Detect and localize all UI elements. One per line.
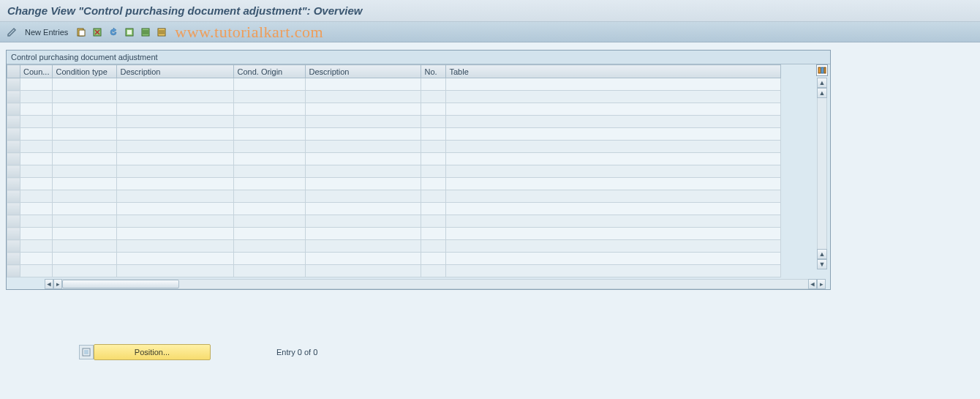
grid-cell[interactable] [20,215,53,228]
grid-cell[interactable] [421,128,446,141]
select-all-icon[interactable] [124,26,135,38]
grid-cell[interactable] [421,228,446,240]
grid-cell[interactable] [306,153,421,165]
grid-cell[interactable] [306,253,421,265]
grid-cell[interactable] [234,203,306,215]
row-selector-cell[interactable] [7,215,20,228]
table-row[interactable] [7,103,781,116]
grid-cell[interactable] [117,103,234,116]
table-row[interactable] [7,240,781,253]
grid-cell[interactable] [117,153,234,165]
grid-cell[interactable] [20,253,53,265]
table-row[interactable] [7,116,781,128]
table-row[interactable] [7,78,781,91]
grid-cell[interactable] [306,91,421,103]
grid-cell[interactable] [20,141,53,153]
grid-cell[interactable] [421,153,446,165]
grid-cell[interactable] [20,91,53,103]
grid-cell[interactable] [421,103,446,116]
grid-cell[interactable] [117,265,234,277]
grid-cell[interactable] [234,240,306,253]
row-selector-cell[interactable] [7,253,20,265]
grid-cell[interactable] [20,240,53,253]
grid-cell[interactable] [306,178,421,190]
grid-cell[interactable] [421,141,446,153]
scroll-left-icon[interactable]: ▸ [53,279,62,289]
grid-cell[interactable] [421,116,446,128]
row-selector-cell[interactable] [7,190,20,203]
grid-cell[interactable] [234,228,306,240]
select-block-icon[interactable] [140,26,151,38]
grid-cell[interactable] [306,190,421,203]
grid-cell[interactable] [234,178,306,190]
scroll-right-end-icon[interactable]: ▸ [817,279,826,289]
grid-cell[interactable] [20,103,53,116]
row-selector-cell[interactable] [7,265,20,277]
row-selector-cell[interactable] [7,240,20,253]
grid-cell[interactable] [421,178,446,190]
table-row[interactable] [7,178,781,190]
grid-cell[interactable] [20,153,53,165]
grid-cell[interactable] [117,228,234,240]
scroll-right-icon[interactable]: ◄ [808,279,817,289]
grid-cell[interactable] [117,91,234,103]
grid-cell[interactable] [53,215,117,228]
undo-icon[interactable] [108,26,119,38]
grid-cell[interactable] [53,203,117,215]
grid-cell[interactable] [446,253,781,265]
column-header[interactable]: Coun... [20,65,53,78]
scroll-up-icon[interactable]: ▲ [817,78,827,88]
row-selector-cell[interactable] [7,141,20,153]
grid-cell[interactable] [234,78,306,91]
change-display-icon[interactable] [6,26,18,38]
grid-cell[interactable] [53,141,117,153]
hscroll-track[interactable] [62,279,808,289]
table-row[interactable] [7,165,781,178]
grid-cell[interactable] [306,228,421,240]
copy-as-icon[interactable] [75,26,87,38]
grid-cell[interactable] [20,128,53,141]
grid-cell[interactable] [306,165,421,178]
grid-cell[interactable] [446,78,781,91]
grid-cell[interactable] [306,128,421,141]
column-header[interactable]: Description [306,65,421,78]
grid-cell[interactable] [421,91,446,103]
grid-cell[interactable] [421,78,446,91]
column-header[interactable]: Description [117,65,234,78]
grid-cell[interactable] [446,265,781,277]
grid-cell[interactable] [53,178,117,190]
grid-cell[interactable] [53,103,117,116]
grid-cell[interactable] [446,240,781,253]
grid-cell[interactable] [117,203,234,215]
grid-cell[interactable] [20,265,53,277]
grid-cell[interactable] [117,240,234,253]
row-selector-header[interactable] [7,65,20,78]
scroll-down-icon[interactable]: ▼ [817,259,827,269]
grid-cell[interactable] [20,116,53,128]
vscroll-track[interactable] [817,98,827,249]
grid-cell[interactable] [234,253,306,265]
grid-cell[interactable] [446,153,781,165]
grid-cell[interactable] [53,116,117,128]
scroll-up-icon-2[interactable]: ▲ [817,88,827,98]
row-selector-cell[interactable] [7,103,20,116]
grid-cell[interactable] [421,265,446,277]
grid-cell[interactable] [53,265,117,277]
table-row[interactable] [7,128,781,141]
table-row[interactable] [7,215,781,228]
grid-cell[interactable] [53,128,117,141]
grid-cell[interactable] [306,265,421,277]
grid-cell[interactable] [421,253,446,265]
row-selector-cell[interactable] [7,153,20,165]
grid-cell[interactable] [117,190,234,203]
new-entries-button[interactable]: New Entries [22,27,71,37]
grid-cell[interactable] [446,128,781,141]
grid-cell[interactable] [234,128,306,141]
grid-cell[interactable] [234,103,306,116]
grid-cell[interactable] [446,103,781,116]
grid-cell[interactable] [446,141,781,153]
grid-cell[interactable] [20,165,53,178]
grid-cell[interactable] [117,215,234,228]
deselect-all-icon[interactable] [156,26,167,38]
grid-cell[interactable] [234,116,306,128]
